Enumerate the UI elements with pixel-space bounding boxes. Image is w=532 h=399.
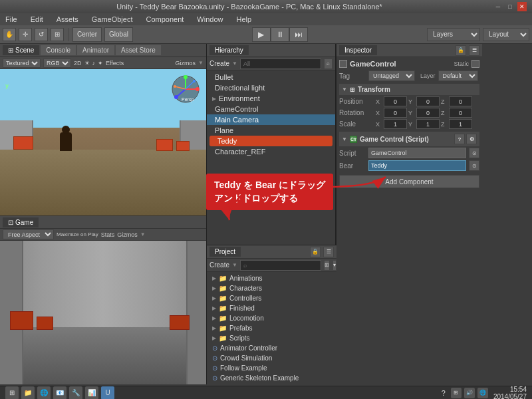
static-checkbox[interactable]	[471, 60, 479, 68]
systray-icon-2[interactable]: 🔊	[464, 388, 475, 398]
scale-tool-button[interactable]: ⊞	[51, 28, 64, 41]
asset-store-tab[interactable]: Asset Store	[116, 45, 161, 55]
taskbar-icon-unity[interactable]: U	[101, 386, 114, 400]
hierarchy-item-dirlight[interactable]: Directional light	[207, 82, 335, 93]
systray-icon-3[interactable]: 🌐	[477, 388, 488, 398]
script-help-btn[interactable]: ?	[454, 134, 465, 144]
project-item-prefabs[interactable]: ▶ 📁 Prefabs	[209, 323, 334, 333]
maximize-button[interactable]: □	[505, 2, 515, 11]
menu-edit[interactable]: Edit	[28, 15, 46, 23]
bear-value-field[interactable]: Teddy	[368, 160, 466, 171]
animator-tab[interactable]: Animator	[77, 45, 114, 55]
aspect-ratio-select[interactable]: Free Aspect	[3, 229, 54, 239]
scale-z-input[interactable]	[449, 119, 472, 129]
pause-button[interactable]: ⏸	[271, 27, 289, 42]
game-gizmos-label[interactable]: Gizmos	[117, 231, 138, 238]
project-lock-btn[interactable]: 🔒	[310, 247, 321, 257]
rot-x-input[interactable]	[384, 108, 407, 118]
center-button[interactable]: Center	[72, 27, 102, 42]
project-view-btn[interactable]: ⊞	[324, 260, 330, 271]
tag-select[interactable]: Untagged	[368, 70, 415, 81]
layer-select[interactable]: Default	[438, 70, 478, 81]
console-tab[interactable]: Console	[41, 45, 76, 55]
help-button[interactable]: ?	[442, 389, 446, 397]
project-item-ik[interactable]: ⊙ Inverse Kinematics Example	[209, 383, 334, 384]
menu-assets[interactable]: Assets	[54, 15, 81, 23]
rotate-tool-button[interactable]: ↺	[35, 28, 48, 41]
game-tab[interactable]: ⊡ Game	[3, 217, 39, 227]
layout-dropdown[interactable]: Layout	[483, 28, 529, 41]
inspector-menu-btn[interactable]: ☰	[469, 45, 479, 56]
hand-tool-button[interactable]: ✋	[3, 28, 16, 41]
stats-label[interactable]: Stats	[101, 231, 115, 238]
script-settings-btn[interactable]: ⚙	[466, 134, 477, 144]
menu-help[interactable]: Help	[233, 15, 254, 23]
menu-window[interactable]: Window	[194, 15, 225, 23]
lighting-toggle[interactable]: ☀	[84, 60, 90, 66]
project-create-btn[interactable]: Create	[209, 261, 229, 269]
project-item-follow[interactable]: ⊙ Follow Example	[209, 363, 334, 373]
taskbar-icon-1[interactable]: 📁	[21, 386, 35, 400]
scale-y-input[interactable]	[416, 119, 440, 129]
pos-x-input[interactable]	[384, 96, 407, 106]
scene-tab[interactable]: ⊞ Scene	[3, 45, 39, 55]
project-item-characters[interactable]: ▶ 📁 Characters	[209, 283, 334, 293]
project-sort-btn[interactable]: ▾	[332, 260, 336, 271]
project-item-animator-ctrl[interactable]: ⊙ Animator Controller	[209, 343, 334, 353]
hierarchy-item-gamecontrol[interactable]: GameControl	[207, 104, 335, 114]
systray-icon-1[interactable]: ⊞	[451, 388, 462, 398]
menu-component[interactable]: Component	[143, 15, 186, 23]
project-item-finished[interactable]: ▶ 📁 Finished	[209, 303, 334, 313]
project-menu-btn[interactable]: ☰	[323, 247, 334, 257]
hierarchy-create-btn[interactable]: Create	[209, 60, 229, 67]
play-button[interactable]: ▶	[252, 27, 271, 42]
script-value-field[interactable]: GameControl	[368, 148, 466, 158]
project-item-controllers[interactable]: ▶ 📁 Controllers	[209, 293, 334, 303]
rot-z-input[interactable]	[449, 108, 472, 118]
hierarchy-item-environment[interactable]: ▶ Environment	[207, 93, 335, 104]
pos-z-input[interactable]	[449, 96, 472, 106]
step-button[interactable]: ⏭	[289, 27, 308, 42]
hierarchy-tab[interactable]: Hierarchy	[209, 45, 249, 55]
layers-dropdown[interactable]: Layers	[427, 28, 480, 41]
project-item-scripts[interactable]: ▶ 📁 Scripts	[209, 333, 334, 343]
audio-toggle[interactable]: ♪	[92, 60, 96, 66]
shading-mode-select[interactable]: Textured	[3, 59, 41, 68]
object-active-checkbox[interactable]	[339, 60, 347, 68]
project-item-generic[interactable]: ⊙ Generic Skeleton Example	[209, 373, 334, 383]
menu-file[interactable]: File	[3, 15, 20, 23]
hierarchy-search-icon[interactable]: ⌕	[324, 59, 332, 69]
effects-label[interactable]: Effects	[106, 60, 124, 66]
fx-toggle[interactable]: ✦	[98, 60, 103, 66]
maximize-play-label[interactable]: Maximize on Play	[57, 231, 98, 237]
color-mode-select[interactable]: RGB	[43, 59, 71, 68]
move-tool-button[interactable]: ✛	[19, 28, 32, 41]
close-button[interactable]: ✕	[517, 2, 527, 11]
taskbar-icon-3[interactable]: 📧	[53, 386, 66, 400]
bear-select-btn[interactable]: ⊙	[469, 160, 479, 171]
project-item-animations[interactable]: ▶ 📁 Animations	[209, 273, 334, 283]
hierarchy-item-maincamera[interactable]: Main Camera	[207, 114, 335, 125]
hierarchy-item-plane[interactable]: Plane	[207, 125, 335, 136]
taskbar-icon-4[interactable]: 🔧	[69, 386, 82, 400]
menu-gameobject[interactable]: GameObject	[89, 15, 136, 23]
start-button[interactable]: ⊞	[5, 386, 19, 400]
scale-x-input[interactable]	[384, 119, 407, 129]
project-tab[interactable]: Project	[209, 247, 241, 257]
project-search-input[interactable]	[240, 260, 321, 271]
taskbar-icon-5[interactable]: 📊	[85, 386, 98, 400]
inspector-tab[interactable]: Inspector	[339, 45, 377, 55]
hierarchy-item-teddy[interactable]: Teddy	[209, 136, 332, 146]
project-item-locomotion[interactable]: ▶ 📁 Locomotion	[209, 313, 334, 323]
rot-y-input[interactable]	[416, 108, 440, 118]
hierarchy-item-character[interactable]: Character_REF	[207, 146, 335, 157]
script-select-btn[interactable]: ⊙	[469, 148, 479, 158]
2d-toggle[interactable]: 2D	[74, 60, 82, 66]
gizmos-label[interactable]: Gizmos	[176, 60, 196, 66]
hierarchy-item-bullet[interactable]: Bullet	[207, 72, 335, 82]
hierarchy-search-input[interactable]	[240, 59, 321, 69]
window-controls[interactable]: ─ □ ✕	[493, 2, 527, 11]
taskbar-icon-2[interactable]: 🌐	[37, 386, 51, 400]
inspector-lock-btn[interactable]: 🔒	[456, 45, 466, 56]
global-button[interactable]: Global	[104, 27, 133, 42]
